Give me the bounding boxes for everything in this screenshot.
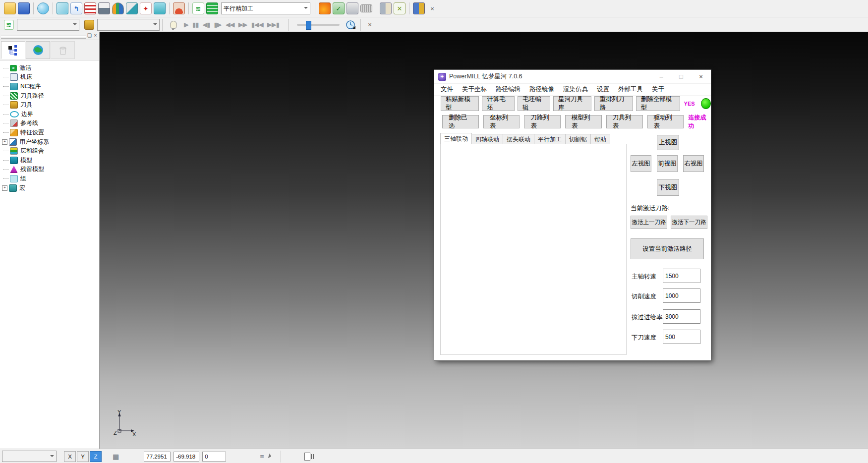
grid-icon[interactable]: ▦: [113, 453, 119, 461]
status-indicator-icon[interactable]: [304, 453, 310, 461]
close-panel-icon[interactable]: ×: [93, 33, 98, 38]
activate-prev-path-button[interactable]: 激活上一刀路: [631, 216, 667, 229]
axis-z-button[interactable]: Z: [90, 451, 102, 462]
status-combo[interactable]: [2, 451, 57, 462]
tree-item-stock-models[interactable]: 残留模型: [3, 165, 99, 174]
tab-3axis[interactable]: 三轴联动: [440, 133, 472, 144]
menu-path-mirror[interactable]: 路径镜像: [525, 85, 559, 94]
feature-set-icon[interactable]: [154, 2, 166, 14]
tab-explorer-tree[interactable]: [1, 41, 25, 59]
create-pattern-icon[interactable]: [126, 2, 138, 14]
cutting-feed-input[interactable]: 1000: [663, 289, 700, 303]
maximize-button[interactable]: □: [671, 70, 691, 83]
go-end-icon[interactable]: ▶▶▮: [267, 21, 279, 28]
axis-y-button[interactable]: Y: [77, 451, 89, 462]
expand-icon[interactable]: +: [2, 139, 7, 145]
spindle-speed-input[interactable]: 1500: [663, 269, 700, 283]
tree-item-levels-sets[interactable]: 层和组合: [3, 146, 99, 156]
activate-next-path-button[interactable]: 激活下一刀路: [671, 216, 707, 229]
dialog-titlebar[interactable]: ✦ PowerMILL 忆梦星河 7.0.6 – □ ×: [434, 70, 711, 84]
tree-item-feature-sets[interactable]: 特征设置: [3, 128, 99, 137]
sim-tool-combo[interactable]: [97, 19, 160, 31]
model-list-button[interactable]: 模型列表: [565, 115, 602, 128]
pick-arrow-icon[interactable]: [268, 453, 275, 460]
minimize-button[interactable]: –: [651, 70, 671, 83]
lightbulb-icon[interactable]: [170, 21, 177, 29]
menu-render-sim[interactable]: 渲染仿真: [559, 85, 592, 94]
edit-stock-button[interactable]: 毛坯编辑: [518, 96, 550, 111]
shaded-view-icon[interactable]: [37, 2, 49, 14]
tab-saw[interactable]: 切割锯: [565, 134, 591, 144]
verify-icon[interactable]: ✓: [333, 2, 345, 14]
tree-item-patterns[interactable]: 参考线: [3, 119, 99, 128]
tab-parallel[interactable]: 平行加工: [534, 134, 566, 144]
go-start-icon[interactable]: ▮◀◀: [251, 21, 263, 28]
menu-settings[interactable]: 设置: [592, 85, 614, 94]
tree-item-activate[interactable]: »激活: [3, 63, 99, 73]
view-top-button[interactable]: 上视图: [657, 135, 679, 150]
create-block-icon[interactable]: [57, 2, 68, 14]
tab-swivel-head[interactable]: 摆头联动: [503, 134, 534, 144]
tab-recycle-bin[interactable]: [51, 41, 75, 59]
skim-feed-input[interactable]: 3000: [663, 309, 700, 324]
menu-file[interactable]: 文件: [436, 85, 458, 94]
drive-list-button[interactable]: 驱动列表: [647, 115, 684, 128]
tree-item-models[interactable]: 模型: [3, 156, 99, 165]
measure-icon[interactable]: [360, 4, 372, 12]
menu-about[interactable]: 关于: [647, 85, 669, 94]
search-icon[interactable]: [413, 2, 425, 14]
tree-item-tools[interactable]: 刀具: [3, 100, 99, 110]
coord-list-button[interactable]: 坐标列表: [483, 115, 520, 128]
slider-handle[interactable]: [306, 21, 311, 30]
edit-toolpath-icon[interactable]: [84, 2, 96, 14]
axis-x-button[interactable]: X: [64, 451, 76, 462]
tree-item-nc-programs[interactable]: NC程序: [3, 82, 99, 91]
sim-toolbar-close-icon[interactable]: ×: [364, 19, 375, 30]
coord-x-input[interactable]: 77.2951: [144, 452, 171, 462]
calculator-icon[interactable]: [347, 2, 358, 14]
tree-item-groups[interactable]: 组: [3, 174, 99, 183]
drag-grip[interactable]: [1, 36, 86, 39]
open-icon[interactable]: [4, 2, 16, 14]
tree-item-machine[interactable]: 机床: [3, 73, 99, 82]
float-panel-icon[interactable]: ❏: [87, 33, 92, 38]
search-forward-icon[interactable]: ▶▶: [238, 21, 247, 28]
toolpath-list-button[interactable]: 刀路列表: [524, 115, 561, 128]
plunge-feed-input[interactable]: 500: [663, 330, 700, 344]
view-bottom-button[interactable]: 下视图: [657, 179, 679, 196]
toolpath-strategies-icon[interactable]: ↰: [70, 2, 82, 14]
menu-path-edit[interactable]: 路径编辑: [491, 85, 525, 94]
create-points-icon[interactable]: ✦: [140, 2, 152, 14]
tool-list-button[interactable]: 刀具列表: [606, 115, 643, 128]
transform-model-icon[interactable]: ✕: [394, 2, 405, 14]
search-back-icon[interactable]: ◀◀: [226, 21, 234, 28]
menu-external-tools[interactable]: 外部工具: [614, 85, 647, 94]
clock-icon[interactable]: [346, 20, 355, 30]
save-icon[interactable]: [18, 2, 30, 14]
sim-toolpath-combo[interactable]: [17, 19, 79, 31]
menu-coords[interactable]: 关于坐标: [458, 85, 491, 94]
strategy-combo[interactable]: 平行精加工: [221, 2, 310, 14]
tool-change-icon[interactable]: [380, 2, 392, 14]
speed-slider[interactable]: [297, 24, 340, 26]
step-forward-icon[interactable]: ▮▶: [214, 21, 221, 28]
calc-stock-button[interactable]: 计算毛坯: [482, 96, 515, 111]
tool-library-button[interactable]: 星河刀具库: [553, 96, 591, 111]
view-front-button[interactable]: 前视图: [657, 155, 678, 172]
tree-item-macros[interactable]: +宏: [3, 183, 99, 193]
delete-all-models-button[interactable]: 删除全部模型: [636, 96, 680, 111]
expand-icon[interactable]: +: [2, 185, 7, 191]
paste-new-model-button[interactable]: 粘贴新模型: [441, 96, 479, 111]
tab-web[interactable]: [26, 41, 50, 59]
close-button[interactable]: ×: [691, 70, 711, 83]
pause-icon[interactable]: ▮▮: [192, 21, 198, 28]
create-tool-icon[interactable]: [98, 2, 110, 14]
toolpath-list-icon[interactable]: [206, 2, 218, 14]
tree-item-workplanes[interactable]: +用户坐标系: [3, 137, 99, 147]
toolbar-close-icon[interactable]: ×: [427, 3, 438, 14]
tree-item-boundaries[interactable]: 边界: [3, 110, 99, 119]
rearrange-toolpaths-button[interactable]: 重排列刀路: [594, 96, 633, 111]
tab-4axis[interactable]: 四轴联动: [471, 134, 503, 144]
view-right-button[interactable]: 右视图: [683, 155, 704, 172]
tree-item-toolpaths[interactable]: 刀具路径: [3, 91, 99, 101]
